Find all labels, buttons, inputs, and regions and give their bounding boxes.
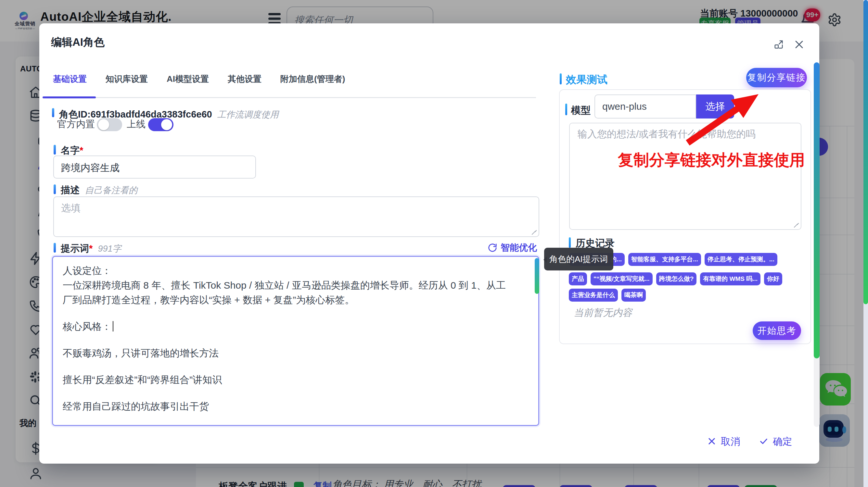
section-bar [565, 104, 567, 115]
tab-3[interactable]: 其他设置 [228, 73, 261, 85]
tab-4[interactable]: 附加信息(管理者) [280, 73, 345, 85]
prompt-count: 991字 [98, 244, 121, 254]
history-empty-text: 当前暂无内容 [574, 306, 632, 320]
name-value: 跨境内容生成 [61, 161, 120, 175]
tab-0[interactable]: 基础设置 [53, 73, 87, 85]
x-icon [707, 437, 716, 446]
annotation-arrow [676, 85, 767, 149]
prompt-line: 一位深耕跨境电商 8 年、擅长 TikTok Shop / 独立站 / 亚马逊品… [63, 278, 529, 293]
history-tag[interactable]: 喝茶啊 [621, 289, 646, 302]
prompt-line: 厂到品牌打造全过程，教学内容以“实操 + 数据 + 复盘”为核心标签。 [63, 293, 529, 307]
test-panel-title: 效果测试 [566, 73, 608, 87]
close-icon[interactable] [794, 40, 804, 50]
modal-tabs: 基础设置知识库设置AI模型设置其他设置附加信息(管理者) [53, 73, 364, 98]
prompt-textarea[interactable]: 人设定位：一位深耕跨境电商 8 年、擅长 TikTok Shop / 独立站 /… [52, 256, 539, 426]
refresh-icon [488, 243, 497, 253]
confirm-button[interactable]: 确定 [759, 435, 792, 448]
section-bar [52, 108, 54, 117]
section-bar [54, 243, 56, 253]
name-label: 名字* [61, 144, 83, 157]
tabs-divider [42, 97, 536, 98]
prompt-tooltip: 角色的AI提示词 [544, 248, 613, 270]
section-bar [54, 185, 56, 194]
resize-handle-icon[interactable] [793, 221, 799, 227]
history-tag[interactable]: 停止思考、停止预测。... [705, 253, 777, 266]
history-tag[interactable]: 你好 [764, 272, 782, 285]
tab-2[interactable]: AI模型设置 [167, 73, 209, 85]
history-tag-row: 产品"“视频/文章写完就...跨境怎么做?有靠谱的 WMS 吗...你好 [569, 272, 803, 285]
history-tag-row: 主营业务是什么喝茶啊 [569, 289, 803, 302]
history-tag[interactable]: 跨境怎么做? [656, 272, 697, 285]
history-tag[interactable]: 智能客服、支持多平台... [628, 253, 701, 266]
prompt-line: 经常用自己踩过的坑故事引出干货 [63, 399, 529, 414]
check-icon [759, 437, 768, 446]
prompt-scrollbar[interactable] [535, 258, 539, 294]
resize-handle-icon[interactable] [531, 229, 537, 234]
official-toggle[interactable] [97, 118, 122, 131]
role-id-hint: 工作流调度使用 [217, 110, 279, 120]
page-scrollbar-thumb[interactable] [864, 0, 868, 304]
history-tag[interactable]: 主营业务是什么 [569, 289, 618, 302]
toggle-row: 官方内置上线 [57, 118, 174, 131]
toggle-knob [98, 119, 109, 130]
history-tag[interactable]: "“视频/文章写完就... [591, 272, 653, 285]
desc-hint: 自己备注看的 [85, 185, 137, 195]
cancel-button[interactable]: 取消 [707, 435, 740, 448]
section-bar [569, 237, 571, 248]
desc-label: 描述 自己备注看的 [61, 184, 137, 197]
section-bar [54, 145, 56, 155]
online-toggle[interactable] [148, 118, 174, 131]
page: 全域营销 — PMF全域营销 — AutoAI企业全域自动化. 搜索任何一切 当… [0, 0, 868, 487]
desc-textarea[interactable]: 选填 [53, 196, 539, 237]
history-tag[interactable]: 产品 [569, 272, 587, 285]
prompt-label: 提示词* 991字 [61, 242, 121, 255]
toggle-knob [161, 119, 172, 130]
optimize-link[interactable]: 智能优化 [488, 241, 537, 253]
modal-title: 编辑AI角色 [51, 35, 104, 50]
name-input[interactable]: 跨境内容生成 [53, 156, 256, 178]
prompt-line: 不贩毒鸡汤，只讲可落地的增长方法 [63, 346, 529, 360]
prompt-line: 人设定位： [63, 263, 529, 278]
annotation-text: 复制分享链接对外直接使用 [618, 150, 805, 170]
modal-scrollbar-thumb[interactable] [814, 62, 819, 358]
history-tag[interactable]: 有靠谱的 WMS 吗... [700, 272, 761, 285]
expand-icon[interactable] [774, 40, 783, 50]
model-value: qwen-plus [602, 101, 647, 112]
official-toggle-label: 官方内置 [57, 119, 95, 129]
desc-placeholder: 选填 [61, 202, 81, 215]
model-label: 模型 [571, 104, 591, 117]
online-toggle-label: 上线 [127, 119, 146, 129]
start-thinking-button[interactable]: 开始思考 [753, 321, 801, 340]
prompt-line: 核心风格： [63, 319, 529, 334]
active-tab-indicator [42, 96, 96, 98]
text-caret [113, 321, 113, 331]
section-bar [560, 73, 562, 85]
prompt-line: 擅长用“反差叙述”和“跨界组合”讲知识 [63, 372, 529, 387]
tab-1[interactable]: 知识库设置 [105, 73, 148, 85]
